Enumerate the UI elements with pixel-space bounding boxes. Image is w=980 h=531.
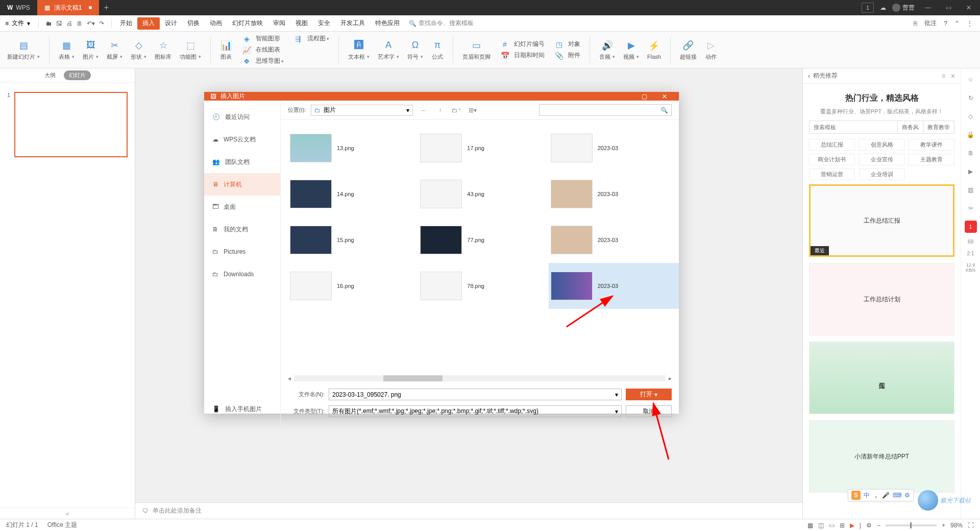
add-tab-button[interactable]: + <box>99 3 113 12</box>
attach-button[interactable]: 📎附件 <box>551 51 582 61</box>
screenshot-button[interactable]: ✂截屏 <box>105 39 125 61</box>
header-footer-button[interactable]: ▭页眉和页脚 <box>460 39 493 61</box>
redo-icon[interactable]: ↷ <box>99 20 104 27</box>
ime-mic-icon[interactable]: 🎤 <box>882 492 890 499</box>
picture-button[interactable]: 🖼图片 <box>81 39 101 61</box>
scroll-right-icon[interactable]: ▸ <box>669 375 672 382</box>
datetime-button[interactable]: 📅日期和时间 <box>497 51 547 61</box>
doc-icon[interactable]: 🗎 <box>965 147 977 159</box>
new-folder-icon[interactable]: 🗀⁺ <box>451 105 462 116</box>
diamond-icon[interactable]: ◇ <box>965 110 977 123</box>
scroll-left-icon[interactable]: ◂ <box>288 375 291 382</box>
mindmap-button[interactable]: ❖思维导图 <box>238 56 286 66</box>
functions-button[interactable]: ⬚功能图 <box>178 39 203 61</box>
scissors-icon[interactable]: ✂ <box>965 202 977 214</box>
window-count-box[interactable]: 1 <box>862 3 874 13</box>
play-icon[interactable]: ▶ <box>965 165 977 178</box>
panel-close-icon[interactable]: ✕ <box>950 73 955 80</box>
table-button[interactable]: ▦表格 <box>57 39 77 61</box>
open-icon[interactable]: 🖿 <box>46 20 52 27</box>
ime-settings-icon[interactable]: ⚙ <box>904 492 910 499</box>
command-search[interactable]: 🔍 查找命令、搜索模板 <box>405 19 474 28</box>
panel-collapse-icon[interactable]: ‹ <box>808 73 810 80</box>
file-item[interactable]: 43.png <box>418 171 548 217</box>
menu-insert[interactable]: 插入 <box>137 17 160 30</box>
file-item[interactable]: 15.png <box>288 217 418 263</box>
ime-bar[interactable]: S 中 ， 🎤 ⌨ ⚙ <box>848 489 914 501</box>
tag[interactable]: 企业宣传 <box>859 154 905 165</box>
undo-icon[interactable]: ↶▾ <box>87 20 95 27</box>
wordart-button[interactable]: A艺术字 <box>376 39 401 61</box>
file-item[interactable]: 2023-03 <box>549 125 679 171</box>
menu-design[interactable]: 设计 <box>160 19 182 28</box>
file-item[interactable]: 2023-03 <box>549 217 679 263</box>
notification-badge[interactable]: 1 <box>965 221 977 233</box>
menu-start[interactable]: 开始 <box>115 19 137 28</box>
comments-label[interactable]: 批注 <box>924 19 937 28</box>
tag[interactable]: 营销运营 <box>809 168 855 180</box>
template-card[interactable]: 工作总结汇报最近 <box>809 184 954 257</box>
template-card[interactable]: 小清新年终总结PPT <box>809 420 954 493</box>
slide-view-icon[interactable]: ◫ <box>818 522 824 529</box>
nav-insert-phone[interactable]: 📱插入手机图片 <box>204 398 280 420</box>
file-item[interactable]: 13.png <box>288 125 418 171</box>
menu-security[interactable]: 安全 <box>313 19 335 28</box>
ime-lang-icon[interactable]: 中 <box>864 491 870 500</box>
up-icon[interactable]: ↑ <box>434 105 446 116</box>
lock-icon[interactable]: 🔒 <box>965 129 977 141</box>
normal-view-icon[interactable]: ▦ <box>807 522 813 529</box>
template-card[interactable]: 工作汇报 <box>809 342 954 414</box>
tag[interactable]: 教学课件 <box>909 139 954 151</box>
slide-thumbnail[interactable]: 1 <box>7 92 128 157</box>
template-card[interactable]: 工作总结计划 <box>809 263 954 335</box>
sorter-view-icon[interactable]: ⊞ <box>840 522 845 529</box>
template-search-tab1[interactable]: 商务风 <box>898 120 923 134</box>
play-show-icon[interactable]: ▶ <box>850 522 854 529</box>
nav-computer[interactable]: 🖥计算机 <box>204 173 280 196</box>
help-icon[interactable]: ? <box>944 20 947 27</box>
nav-desktop[interactable]: 🗔桌面 <box>204 196 280 218</box>
file-item[interactable]: 16.png <box>288 263 418 309</box>
minimize-button[interactable]: — <box>921 4 935 11</box>
layers-icon[interactable]: ▥ <box>965 184 977 196</box>
tag[interactable]: 主题教育 <box>909 154 954 165</box>
menu-review[interactable]: 审阅 <box>268 19 290 28</box>
document-tab[interactable]: ▦ 演示文稿1 <box>37 0 100 15</box>
online-chart-button[interactable]: 📈在线图表 <box>238 45 286 55</box>
symbol-button[interactable]: Ω符号 <box>405 39 425 61</box>
outline-tab[interactable]: 大纲 <box>44 71 56 79</box>
zoom-out-icon[interactable]: − <box>877 522 880 529</box>
filetype-field[interactable]: 所有图片(*.emf;*.wmf;*.jpg;*.jpeg;*.jpe;*.pn… <box>329 405 622 417</box>
file-item[interactable]: 14.png <box>288 171 418 217</box>
file-item[interactable]: 17.png <box>418 125 548 171</box>
nav-team[interactable]: 👥团队文档 <box>204 151 280 173</box>
print-preview-icon[interactable]: 🗎 <box>77 20 83 27</box>
file-item[interactable]: 77.png <box>418 217 548 263</box>
file-item[interactable]: 2023-03 <box>549 171 679 217</box>
new-slide-button[interactable]: ▤新建幻灯片 <box>5 39 42 61</box>
dialog-maximize-button[interactable]: ▢ <box>636 93 652 100</box>
filename-field[interactable]: 2023-03-13_095027. png▾ <box>329 389 622 400</box>
nav-downloads[interactable]: 🗀Downloads <box>204 263 280 285</box>
gear-icon[interactable]: ⚙ <box>866 522 872 529</box>
slides-tab[interactable]: 幻灯片 <box>64 70 91 80</box>
back-icon[interactable]: ← <box>418 105 429 116</box>
dialog-search-input[interactable] <box>540 107 657 113</box>
tag[interactable]: 总结汇报 <box>809 139 855 151</box>
shapes-button[interactable]: ◇形状 <box>129 39 149 61</box>
save-icon[interactable]: 🖫 <box>56 20 62 27</box>
flowchart-button[interactable]: ⇶流程图 <box>290 34 331 44</box>
panel-menu-icon[interactable]: ≡ <box>942 73 945 80</box>
fit-view-icon[interactable]: ⛶ <box>968 522 974 529</box>
smartart-button[interactable]: ◈智能图形 <box>238 34 286 44</box>
template-search-tab2[interactable]: 教育教学 <box>923 120 954 134</box>
file-item[interactable]: 78.png <box>418 263 548 309</box>
dialog-close-button[interactable]: ✕ <box>656 93 673 100</box>
cloud-icon[interactable]: ☁ <box>880 4 886 11</box>
reading-view-icon[interactable]: ▭ <box>829 522 835 529</box>
menu-animation[interactable]: 动画 <box>205 19 227 28</box>
tag[interactable]: 创意风格 <box>859 139 905 151</box>
notes-pane[interactable]: 🗨 单击此处添加备注 <box>135 502 802 519</box>
menu-transition[interactable]: 切换 <box>182 19 205 28</box>
nav-pictures[interactable]: 🗀Pictures <box>204 240 280 263</box>
